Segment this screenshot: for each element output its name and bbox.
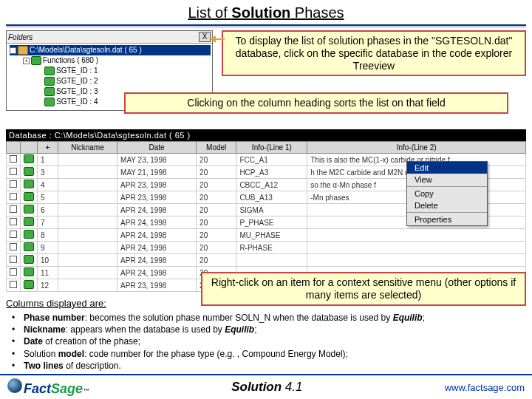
tree-label: SGTE_ID : 4 [56, 97, 98, 107]
page-title: List of Solution Phases [0, 0, 532, 24]
globe-icon [7, 378, 22, 393]
checkbox[interactable] [10, 193, 17, 200]
checkbox[interactable] [10, 155, 17, 163]
list-item: Two lines of description. [12, 360, 526, 372]
checkbox[interactable] [10, 281, 17, 288]
list-item: Date of creation of the phase; [12, 335, 526, 347]
checkbox[interactable] [10, 243, 17, 250]
expand-icon[interactable]: + [23, 58, 30, 64]
menu-item[interactable]: Copy [407, 188, 487, 200]
column-header[interactable]: Date [117, 142, 197, 154]
tree-node-functions[interactable]: + Functions ( 680 ) [10, 55, 211, 66]
folder-icon [44, 87, 55, 96]
phase-icon [24, 242, 34, 251]
table-row[interactable]: 10APR 24, 199820 [7, 254, 526, 267]
column-header[interactable] [7, 142, 21, 154]
checkbox[interactable] [10, 205, 17, 213]
menu-item[interactable]: Delete [407, 200, 487, 211]
tree-label: C:\Models\Data\sgtesoln.dat ( 65 ) [30, 45, 142, 55]
tree-label: SGTE_ID : 2 [56, 76, 98, 86]
folder-icon [44, 98, 55, 106]
logo: FactSage™ [7, 378, 89, 397]
tree-item[interactable]: SGTE_ID : 2 [10, 76, 211, 86]
database-title: Database : C:\Models\Data\sgtesoln.dat (… [6, 129, 526, 141]
footer-title: Solution 4.1 [89, 380, 445, 395]
checkbox[interactable] [10, 231, 17, 238]
tree-label: SGTE_ID : 3 [56, 86, 98, 97]
phase-icon [24, 280, 34, 289]
column-header[interactable]: Model [197, 142, 236, 154]
checkbox[interactable] [10, 268, 17, 276]
phase-icon [24, 267, 34, 276]
phase-icon [24, 154, 34, 163]
footer: FactSage™ Solution 4.1 www.factsage.com [0, 374, 532, 399]
phase-icon [24, 167, 34, 176]
context-menu[interactable]: EditViewCopyDeleteProperties [406, 161, 488, 226]
menu-item[interactable]: View [407, 174, 487, 185]
table-row[interactable]: 9APR 24, 199820R-PHASE [7, 242, 526, 254]
folder-icon [44, 77, 55, 86]
menu-item[interactable]: Edit [407, 162, 487, 174]
phase-icon [24, 192, 34, 201]
folders-title: Folders [8, 33, 199, 41]
menu-item[interactable]: Properties [407, 214, 487, 225]
checkbox[interactable] [10, 256, 17, 263]
tree-label: SGTE_ID : 1 [56, 66, 98, 76]
checkbox[interactable] [10, 168, 17, 175]
column-header[interactable] [21, 142, 38, 154]
folder-icon [44, 66, 55, 75]
columns-description: Columns displayed are: Phase number: bec… [6, 298, 526, 372]
checkbox[interactable] [10, 218, 17, 225]
list-item: Nickname: appears when the database is u… [12, 324, 526, 335]
checkbox[interactable] [10, 180, 17, 188]
callout-note: Right-click on an item for a context sen… [201, 272, 526, 306]
phase-icon [24, 180, 34, 188]
tree-root[interactable]: - C:\Models\Data\sgtesoln.dat ( 65 ) [10, 45, 211, 55]
callout-note: To display the list of solution phases i… [222, 30, 526, 76]
column-header[interactable]: + [38, 142, 58, 154]
phase-icon [24, 217, 34, 226]
column-header[interactable]: Nickname [58, 142, 117, 154]
list-item: Phase number: becomes the solution phase… [12, 312, 526, 324]
list-item: Solution model: code number for the phas… [12, 348, 526, 360]
folder-icon [31, 56, 41, 65]
phase-icon [24, 205, 34, 214]
table-header-row[interactable]: +NicknameDateModelInfo-(Line 1)Info-(Lin… [7, 142, 526, 154]
divider [6, 24, 526, 26]
callout-note: Clicking on the column heading sorts the… [124, 92, 508, 114]
folder-icon [18, 46, 28, 55]
close-icon[interactable]: X [199, 32, 211, 42]
column-header[interactable]: Info-(Line 1) [236, 142, 307, 154]
divider [6, 27, 526, 27]
tree-item[interactable]: SGTE_ID : 1 [10, 66, 211, 76]
table-row[interactable]: 8APR 24, 199820MU_PHASE [7, 229, 526, 242]
phase-icon [24, 255, 34, 264]
column-header[interactable]: Info-(Line 2) [307, 142, 526, 154]
phase-icon [24, 230, 34, 239]
footer-url[interactable]: www.factsage.com [445, 382, 525, 393]
tree-label: Functions ( 680 ) [43, 55, 98, 66]
collapse-icon[interactable]: - [10, 47, 16, 54]
